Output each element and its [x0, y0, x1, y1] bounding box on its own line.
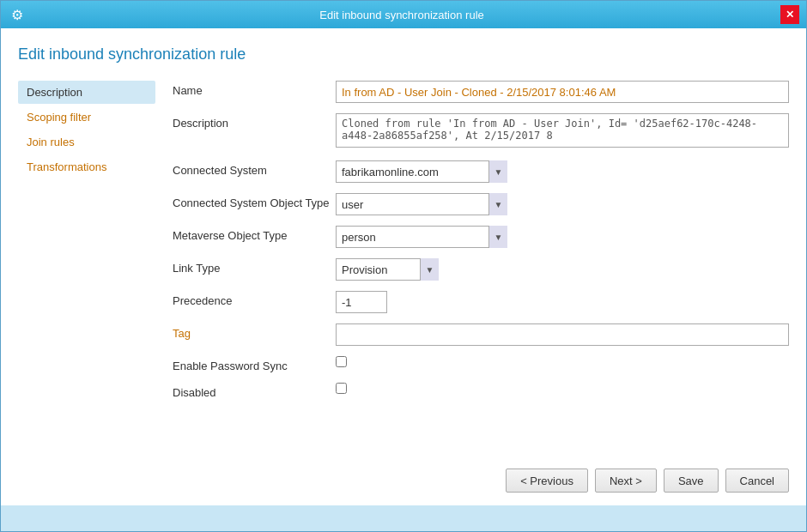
precedence-input[interactable]: [336, 291, 387, 313]
page-title: Edit inbound synchronization rule: [18, 45, 789, 63]
disabled-value-container: [336, 383, 789, 396]
title-bar-text: Edit inbound synchronization rule: [23, 9, 780, 21]
sidebar-item-transformations[interactable]: Transformations: [18, 155, 155, 178]
connected-system-object-type-value-container: user ▼: [336, 193, 789, 215]
close-button[interactable]: ✕: [780, 5, 799, 24]
connected-system-object-type-row: Connected System Object Type user ▼: [173, 193, 789, 215]
metaverse-object-type-value-container: person ▼: [336, 226, 789, 248]
previous-button[interactable]: < Previous: [506, 469, 588, 493]
connected-system-select-wrapper: fabrikamonline.com ▼: [336, 160, 507, 183]
precedence-row: Precedence: [173, 291, 789, 313]
metaverse-object-type-select[interactable]: person: [336, 226, 507, 248]
main-content: Name Description Connected: [173, 81, 789, 451]
window-body: Edit inbound synchronization rule Descri…: [1, 28, 806, 505]
link-type-value-container: Provision ▼: [336, 258, 789, 281]
content-area: Description Scoping filter Join rules Tr…: [18, 81, 789, 451]
footer: < Previous Next > Save Cancel: [18, 460, 789, 497]
connected-system-row: Connected System fabrikamonline.com ▼: [173, 160, 789, 183]
connected-system-label: Connected System: [173, 160, 336, 177]
connected-system-object-type-select[interactable]: user: [336, 193, 507, 215]
connected-system-object-type-select-wrapper: user ▼: [336, 193, 507, 215]
tag-row: Tag: [173, 323, 789, 346]
metaverse-object-type-label: Metaverse Object Type: [173, 226, 336, 242]
enable-password-sync-value-container: [336, 356, 789, 370]
name-row: Name: [173, 81, 789, 103]
tag-value-container: [336, 323, 789, 346]
description-label: Description: [173, 113, 336, 130]
title-bar-icon: ⚙: [11, 7, 23, 23]
form-area: Name Description Connected: [173, 81, 789, 451]
sidebar-item-description[interactable]: Description: [18, 81, 155, 104]
enable-password-sync-label: Enable Password Sync: [173, 356, 336, 372]
sidebar-item-join-rules[interactable]: Join rules: [18, 130, 155, 154]
description-row: Description: [173, 113, 789, 150]
bottom-bar: [1, 505, 806, 531]
link-type-row: Link Type Provision ▼: [173, 258, 789, 281]
connected-system-select[interactable]: fabrikamonline.com: [336, 160, 507, 183]
description-value-container: [336, 113, 789, 150]
tag-label: Tag: [173, 323, 336, 340]
sidebar-item-scoping-filter[interactable]: Scoping filter: [18, 106, 155, 129]
sidebar: Description Scoping filter Join rules Tr…: [18, 81, 155, 451]
title-bar: ⚙ Edit inbound synchronization rule ✕: [1, 1, 806, 28]
name-value-container: [336, 81, 789, 103]
enable-password-sync-checkbox[interactable]: [336, 356, 347, 367]
link-type-label: Link Type: [173, 258, 336, 275]
link-type-select[interactable]: Provision: [336, 258, 439, 281]
connected-system-value-container: fabrikamonline.com ▼: [336, 160, 789, 183]
name-label: Name: [173, 81, 336, 97]
connected-system-object-type-label: Connected System Object Type: [173, 193, 336, 209]
precedence-value-container: [336, 291, 789, 313]
tag-input[interactable]: [336, 323, 789, 346]
link-type-select-wrapper: Provision ▼: [336, 258, 439, 281]
disabled-checkbox[interactable]: [336, 383, 347, 394]
main-window: ⚙ Edit inbound synchronization rule ✕ Ed…: [0, 0, 807, 532]
enable-password-sync-row: Enable Password Sync: [173, 356, 789, 372]
metaverse-object-type-row: Metaverse Object Type person ▼: [173, 226, 789, 248]
save-button[interactable]: Save: [664, 469, 719, 493]
next-button[interactable]: Next >: [595, 469, 657, 493]
cancel-button[interactable]: Cancel: [725, 469, 789, 493]
precedence-label: Precedence: [173, 291, 336, 307]
description-input[interactable]: [336, 113, 789, 148]
metaverse-object-type-select-wrapper: person ▼: [336, 226, 507, 248]
disabled-label: Disabled: [173, 383, 336, 399]
disabled-row: Disabled: [173, 383, 789, 399]
name-input[interactable]: [336, 81, 789, 103]
